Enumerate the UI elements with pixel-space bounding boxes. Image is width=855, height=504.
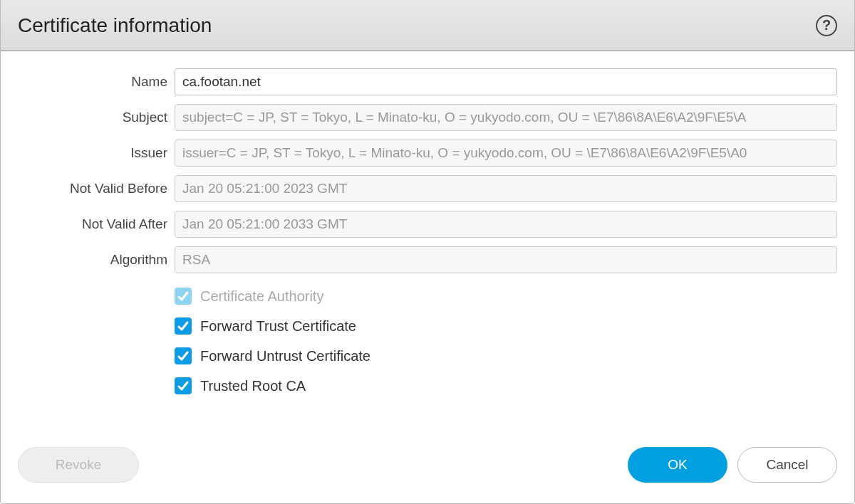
algorithm-field [175, 246, 837, 273]
help-icon[interactable]: ? [816, 15, 837, 36]
checkbox-label-forward-trust: Forward Trust Certificate [200, 318, 356, 335]
help-glyph: ? [822, 17, 831, 33]
not-valid-after-field [175, 211, 837, 238]
checkbox-row-forward-trust: Forward Trust Certificate [175, 317, 837, 335]
check-icon [177, 320, 189, 332]
form-grid: Name Subject Issuer Not Valid Before Not… [18, 68, 837, 394]
subject-field [175, 104, 837, 131]
checkbox-trusted-root[interactable] [175, 377, 192, 394]
checkbox-forward-trust[interactable] [175, 317, 192, 335]
checkbox-row-forward-untrust: Forward Untrust Certificate [175, 347, 837, 364]
checkbox-label-trusted-root: Trusted Root CA [200, 378, 306, 394]
checkbox-label-ca: Certificate Authority [200, 288, 323, 305]
label-not-valid-after: Not Valid After [18, 216, 167, 232]
check-icon [177, 290, 189, 302]
dialog-footer: Revoke OK Cancel [1, 438, 854, 503]
issuer-field [175, 140, 837, 167]
revoke-button: Revoke [18, 447, 139, 483]
checkbox-label-forward-untrust: Forward Untrust Certificate [200, 348, 370, 364]
checkbox-forward-untrust[interactable] [175, 347, 192, 364]
check-icon [177, 350, 189, 362]
ok-button[interactable]: OK [628, 447, 727, 483]
name-field[interactable] [175, 68, 837, 95]
dialog-title: Certificate information [18, 14, 212, 37]
checkbox-block: Certificate Authority Forward Trust Cert… [175, 282, 837, 394]
titlebar: Certificate information ? [1, 0, 854, 51]
dialog-body: Name Subject Issuer Not Valid Before Not… [1, 51, 854, 438]
not-valid-before-field [175, 175, 837, 202]
label-name: Name [18, 74, 167, 90]
label-subject: Subject [18, 110, 167, 125]
checkbox-row-trusted-root: Trusted Root CA [175, 377, 837, 394]
label-algorithm: Algorithm [18, 252, 167, 268]
label-not-valid-before: Not Valid Before [18, 181, 167, 196]
cancel-button[interactable]: Cancel [737, 447, 837, 483]
checkbox-row-ca: Certificate Authority [175, 288, 837, 305]
check-icon [177, 380, 189, 392]
checkbox-certificate-authority [175, 288, 192, 305]
certificate-info-dialog: Certificate information ? Name Subject I… [0, 0, 855, 504]
label-issuer: Issuer [18, 145, 167, 161]
